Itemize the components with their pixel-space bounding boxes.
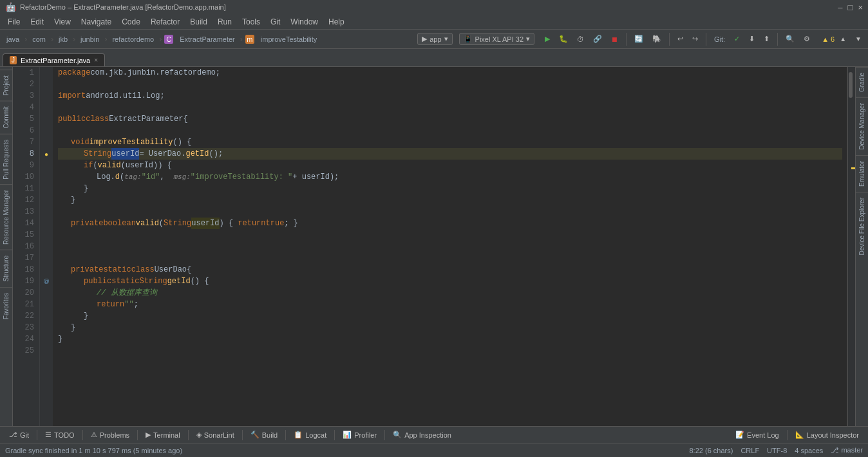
maximize-btn[interactable]: □	[848, 3, 853, 12]
breadcrumb-extractparameter[interactable]: ExtractParameter	[176, 34, 239, 44]
status-indent[interactable]: 4 spaces	[795, 447, 823, 454]
breadcrumb-com[interactable]: com	[28, 34, 50, 44]
git-update[interactable]: ⬇	[745, 33, 759, 44]
gutter-16	[40, 241, 53, 252]
panel-commit[interactable]: Commit	[0, 100, 12, 133]
tool-git[interactable]: ⎇ Git	[4, 429, 34, 440]
panel-project[interactable]: Project	[0, 70, 12, 100]
panel-pull-requests[interactable]: Pull Requests	[0, 134, 12, 185]
code-line-5: public class ExtractParameter {	[58, 113, 842, 125]
tool-sonarlint[interactable]: ◈ SonarLint	[191, 429, 240, 440]
menu-window[interactable]: Window	[285, 16, 323, 28]
code-line-16	[58, 241, 842, 252]
code-line-1: package com.jkb.junbin.refactordemo;	[58, 67, 842, 79]
status-branch[interactable]: ⎇ master	[831, 446, 863, 454]
gradle-btn[interactable]: 🐘	[648, 33, 665, 44]
undo-btn[interactable]: ↩	[674, 33, 687, 44]
menu-edit[interactable]: Edit	[25, 16, 49, 28]
right-panels: Gradle Device Manager Emulator Device Fi…	[855, 67, 868, 426]
tool-app-inspection[interactable]: 🔍 App Inspection	[388, 429, 457, 440]
breadcrumb-java[interactable]: java	[3, 34, 23, 44]
panel-resource-manager[interactable]: Resource Manager	[0, 184, 12, 250]
stop-btn[interactable]: ⏹	[607, 34, 622, 44]
tool-sep-7	[334, 430, 335, 440]
code-line-18: private static class UserDao {	[58, 264, 842, 275]
ln-10: 10	[15, 171, 37, 183]
app-icon: 🤖	[5, 2, 16, 12]
redo-btn[interactable]: ↪	[688, 33, 702, 44]
ln-5: 5	[15, 113, 37, 125]
tab-close-btn[interactable]: ×	[94, 57, 98, 64]
breadcrumb-refactordemo[interactable]: refactordemo	[108, 34, 158, 44]
gutter-21	[40, 299, 53, 310]
gutter-7	[40, 136, 53, 148]
tool-sep-1	[37, 430, 37, 440]
breadcrumb-junbin[interactable]: junbin	[77, 34, 103, 44]
gutter-23	[40, 322, 53, 333]
panel-device-manager[interactable]: Device Manager	[856, 97, 868, 155]
gutter-20	[40, 287, 53, 299]
attach-btn[interactable]: 🔗	[589, 33, 606, 44]
gutter-15	[40, 229, 53, 241]
debug-btn[interactable]: 🐛	[555, 33, 572, 44]
menu-build[interactable]: Build	[185, 16, 212, 28]
status-charset[interactable]: UTF-8	[767, 447, 787, 454]
sync-btn[interactable]: 🔄	[630, 33, 647, 44]
panel-favorites[interactable]: Favorites	[0, 287, 12, 324]
editor[interactable]: 1 2 3 4 5 6 7 8 9 10 11 12 13 14 15 16 1…	[13, 67, 847, 426]
panel-structure[interactable]: Structure	[0, 250, 12, 287]
warning-down[interactable]: ▼	[851, 34, 865, 44]
breadcrumb-jkb[interactable]: jkb	[55, 34, 71, 44]
menu-git[interactable]: Git	[265, 16, 285, 28]
tool-layout-inspector[interactable]: 📐 Layout Inspector	[790, 429, 864, 440]
minimize-btn[interactable]: –	[838, 3, 842, 12]
tool-build[interactable]: 🔨 Build	[245, 429, 283, 440]
menu-view[interactable]: View	[49, 16, 76, 28]
panel-gradle[interactable]: Gradle	[856, 67, 868, 97]
menu-refactor[interactable]: Refactor	[146, 16, 185, 28]
tool-terminal[interactable]: ▶ Terminal	[140, 429, 185, 440]
menu-run[interactable]: Run	[212, 16, 237, 28]
status-encoding[interactable]: CRLF	[741, 447, 759, 454]
gutter-8: ●	[40, 148, 53, 160]
run-btn[interactable]: ▶	[541, 33, 554, 44]
scrollbar[interactable]	[847, 67, 855, 426]
tool-problems[interactable]: ⚠ Problems	[86, 429, 135, 440]
tool-event-log[interactable]: 📝 Event Log	[730, 429, 784, 440]
code-line-20: // 从数据库查询	[58, 287, 842, 299]
panel-emulator[interactable]: Emulator	[856, 155, 868, 192]
app-selector[interactable]: ▶ app ▾	[417, 33, 452, 45]
code-line-23: }	[58, 322, 842, 333]
close-btn[interactable]: ×	[858, 3, 863, 12]
gutter-1	[40, 67, 53, 79]
app-inspection-label: App Inspection	[404, 431, 451, 439]
tool-profiler[interactable]: 📊 Profiler	[337, 429, 382, 440]
git-push[interactable]: ⬆	[760, 33, 773, 44]
tab-extractparameter[interactable]: J ExtractParameter.java ×	[3, 53, 105, 66]
profile-btn[interactable]: ⏱	[573, 34, 588, 44]
warning-count[interactable]: ▲ 6	[822, 35, 835, 43]
scrollbar-thumb[interactable]	[849, 72, 853, 98]
device-selector[interactable]: 📱 Pixel XL API 32 ▾	[459, 33, 534, 45]
status-position[interactable]: 8:22 (6 chars)	[690, 447, 733, 454]
menu-help[interactable]: Help	[323, 16, 350, 28]
warning-up[interactable]: ▲	[836, 34, 850, 44]
profiler-label: Profiler	[354, 431, 377, 439]
settings-btn[interactable]: ⚙	[800, 33, 814, 44]
search-btn[interactable]: 🔍	[782, 33, 798, 44]
gutter-2	[40, 79, 53, 90]
code-content[interactable]: package com.jkb.junbin.refactordemo; imp…	[53, 67, 847, 426]
breadcrumb-method[interactable]: improveTestability	[257, 34, 321, 44]
bottom-toolbar: ⎇ Git ☰ TODO ⚠ Problems ▶ Terminal ◈ Son…	[0, 426, 868, 443]
panel-device-file-explorer[interactable]: Device File Explorer	[856, 192, 868, 260]
menu-tools[interactable]: Tools	[237, 16, 265, 28]
tool-todo[interactable]: ☰ TODO	[40, 429, 80, 440]
git-check[interactable]: ✓	[730, 33, 744, 44]
ln-3: 3	[15, 90, 37, 102]
tool-logcat[interactable]: 📋 Logcat	[288, 429, 332, 440]
menu-file[interactable]: File	[3, 16, 25, 28]
code-line-24: }	[58, 333, 842, 345]
menu-navigate[interactable]: Navigate	[76, 16, 117, 28]
menu-code[interactable]: Code	[117, 16, 146, 28]
window-controls[interactable]: – □ ×	[838, 3, 863, 12]
